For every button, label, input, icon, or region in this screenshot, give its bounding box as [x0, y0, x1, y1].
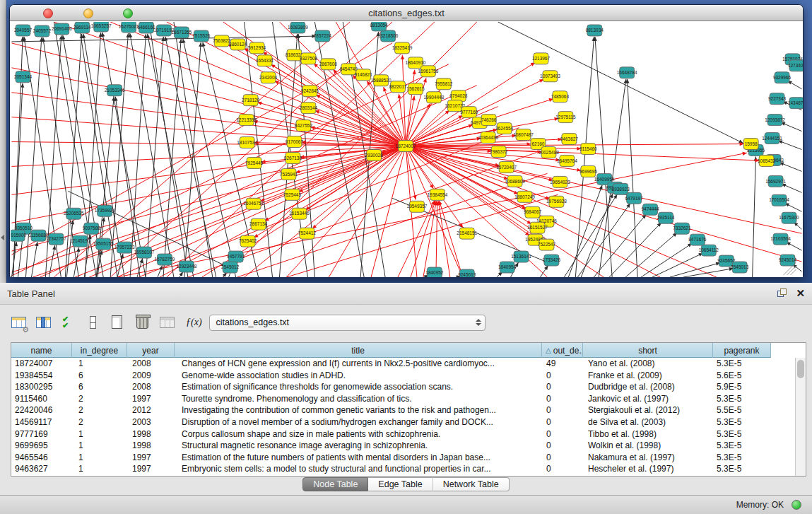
table-row[interactable]: 946554611997Estimation of the future num…: [11, 452, 806, 464]
vertical-scrollbar[interactable]: [795, 358, 806, 476]
column-header-in_degree[interactable]: in_degree: [72, 343, 127, 358]
graph-node-label: 7832621: [673, 226, 691, 230]
table-panel-titlebar: Table Panel ✕: [0, 283, 812, 305]
network-window-titlebar[interactable]: citations_edges.txt: [10, 5, 803, 21]
cell-out_de: 49: [542, 358, 583, 370]
graph-node-label: 17016504: [769, 197, 789, 202]
new-table-icon[interactable]: [109, 313, 127, 332]
graph-node-label: 1733426: [543, 257, 561, 262]
close-panel-icon[interactable]: ✕: [796, 287, 805, 300]
cell-out_de: 0: [542, 428, 583, 440]
minimize-window-icon[interactable]: [83, 8, 93, 18]
cell-pagerank: 5.3E-5: [713, 393, 771, 405]
cell-name: 22420046: [11, 404, 72, 416]
graph-node-label: 8813034: [586, 28, 604, 33]
graph-node-label: 9327508: [300, 56, 318, 61]
graph-node-label: 12444151: [762, 136, 782, 141]
graph-node-label: 2803144: [300, 105, 318, 110]
cell-short: de Silva et al. (2003): [583, 416, 713, 428]
cell-name: 9463627: [11, 463, 72, 475]
network-canvas[interactable]: 1872400720405572405572206914062869114106…: [11, 22, 803, 277]
graph-node-label: 16046751: [243, 201, 264, 206]
graph-node-label: 6466160: [137, 25, 155, 30]
graph-node-label: 10654112: [699, 247, 719, 252]
row-height-icon[interactable]: [84, 313, 102, 332]
select-all-rows-icon[interactable]: ✔✔: [59, 313, 78, 332]
graph-node-label: 3624554: [495, 126, 514, 131]
delete-table-icon[interactable]: [134, 313, 152, 332]
cell-title: Estimation of significance thresholds fo…: [175, 381, 542, 393]
cell-in_degree: 2: [72, 393, 127, 405]
column-header-out_de[interactable]: △out_de...: [542, 343, 583, 358]
network-select-dropdown[interactable]: citations_edges.txt: [209, 315, 486, 331]
table-settings-icon[interactable]: ⚙: [10, 313, 28, 332]
column-header-name[interactable]: name: [11, 343, 72, 358]
graph-node-label: 16151527: [527, 225, 548, 230]
citation-network-graph[interactable]: 1872400720405572405572206914062869114106…: [11, 22, 803, 277]
tab-network-table[interactable]: Network Table: [433, 477, 510, 491]
tab-node-table[interactable]: Node Table: [302, 477, 368, 491]
graph-node-label: 5912934: [248, 45, 266, 50]
float-panel-icon[interactable]: [777, 288, 788, 299]
graph-node-label: 1840952: [425, 270, 444, 275]
graph-node-label: 13505155: [93, 241, 114, 246]
graph-node-label: 12342757: [46, 236, 66, 241]
graph-node-label: 16958107: [134, 250, 155, 255]
graph-node-label: 9245014: [779, 257, 797, 262]
table-row[interactable]: 977716911998Corpus callosum shape and si…: [11, 428, 806, 440]
cell-in_degree: 1: [72, 452, 127, 464]
graph-node-label: 10653257: [91, 23, 112, 28]
graph-node-label: 8471676: [688, 237, 707, 242]
cell-year: 2003: [127, 416, 175, 428]
column-header-title[interactable]: title: [175, 343, 542, 358]
graph-node-label: 7535941: [280, 172, 298, 177]
graph-node-label: 17957223: [114, 245, 135, 250]
select-columns-icon[interactable]: [35, 313, 53, 332]
splitter-collapse-icon[interactable]: [1, 235, 4, 240]
graph-node-label: 12213393: [236, 117, 257, 122]
cell-year: 2008: [127, 358, 175, 370]
network-select-value: citations_edges.txt: [210, 317, 472, 327]
close-window-icon[interactable]: [43, 8, 53, 18]
graph-node-label: 21548151: [457, 230, 477, 235]
tab-edge-table[interactable]: Edge Table: [368, 477, 433, 491]
dropdown-stepper-icon[interactable]: [472, 315, 485, 330]
cell-short: Stergiakouli et al. (2012): [583, 404, 713, 416]
function-builder-icon[interactable]: ƒ(x): [186, 317, 202, 328]
table-row[interactable]: 1938455462009Genome-wide association stu…: [11, 370, 806, 382]
graph-node-label: 12923448: [176, 264, 196, 269]
graph-node-label: 2405572: [33, 28, 52, 33]
graph-node-label: 8822017: [389, 84, 407, 89]
table-row[interactable]: 1830029562008Estimation of significance …: [11, 381, 806, 393]
column-header-short[interactable]: short: [583, 343, 713, 358]
graph-node-label: 20364436: [478, 135, 498, 140]
cell-name: 9115460: [11, 393, 72, 405]
graph-node-label: 19384554: [427, 192, 447, 197]
graph-node-label: 16153446: [289, 211, 310, 216]
cell-title: Genome-wide association studies in ADHD.: [175, 370, 542, 382]
graph-node-label: 21053346: [105, 88, 125, 93]
cell-in_degree: 2: [72, 404, 127, 416]
column-header-year[interactable]: year: [127, 343, 175, 358]
graph-node-label: 19756928: [546, 199, 567, 204]
graph-node-label: 8813054: [370, 23, 389, 28]
column-header-pagerank[interactable]: pagerank: [713, 343, 771, 358]
table-row[interactable]: 946362711997Embryonic stem cells: a mode…: [11, 463, 806, 475]
graph-node-label: 15958: [745, 141, 758, 146]
zoom-window-icon[interactable]: [123, 8, 133, 18]
cell-name: 19384554: [11, 370, 72, 382]
cell-short: Nakamura et al. (1997): [583, 452, 713, 464]
cell-pagerank: 5.3E-5: [713, 452, 771, 464]
table-row[interactable]: 1456911722003Disruption of a novel membe…: [11, 416, 806, 428]
graph-node-label: 7522547: [538, 242, 556, 247]
network-window[interactable]: citations_edges.txt 18724007204055724055…: [9, 4, 804, 277]
table-row[interactable]: 969969511998Structural magnetic resonanc…: [11, 440, 806, 452]
table-row[interactable]: 911546021997Tourette syndrome. Phenomeno…: [11, 393, 806, 405]
table-row[interactable]: 2242004622012Investigating the contribut…: [11, 404, 806, 416]
left-splitter[interactable]: [0, 0, 6, 283]
table-row[interactable]: 1872400712008Changes of HCN gene express…: [11, 358, 806, 370]
graph-node-label: 16782759: [155, 257, 175, 262]
graph-node-label: 7524412: [298, 230, 317, 235]
scrollbar-thumb[interactable]: [797, 360, 804, 378]
graph-node-label: 7925445: [245, 160, 264, 165]
